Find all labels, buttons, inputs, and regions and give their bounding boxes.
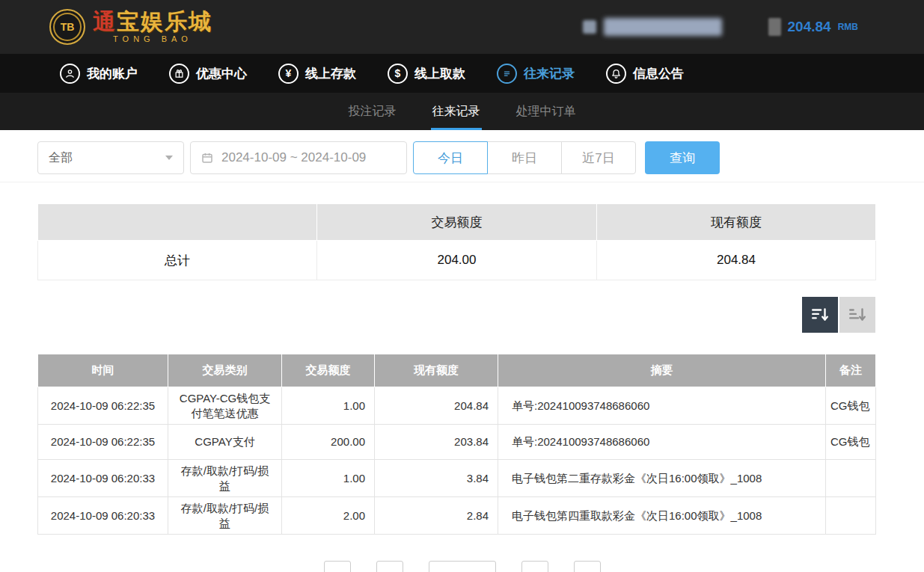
type-select-value: 全部	[49, 150, 73, 166]
column-header-time: 时间	[38, 354, 168, 387]
sort-descending-button[interactable]	[802, 297, 838, 333]
cell-type: 存款/取款/打码/损益	[168, 497, 282, 535]
divider	[0, 182, 924, 182]
date-range-picker[interactable]: 2024-10-09 ~ 2024-10-09	[190, 141, 407, 174]
tab-transaction-records[interactable]: 往来记录	[431, 93, 482, 130]
user-info	[583, 18, 722, 36]
summary-table: 交易额度 现有额度 总计 204.00 204.84	[37, 203, 876, 280]
user-icon	[583, 20, 596, 34]
sort-controls	[37, 297, 875, 333]
summary-header-transaction: 交易额度	[317, 204, 597, 241]
nav-item-announcements[interactable]: 信息公告	[606, 64, 684, 84]
pagination	[0, 561, 924, 572]
nav-item-promotions[interactable]: 优惠中心	[169, 64, 247, 84]
cell-type: 存款/取款/打码/损益	[168, 460, 282, 497]
logo-badge: TB	[61, 21, 75, 33]
tab-betting-records[interactable]: 投注记录	[347, 93, 398, 130]
nav-item-my-account[interactable]: 我的账户	[60, 64, 138, 84]
summary-header-empty	[38, 204, 317, 241]
cell-time: 2024-10-09 06:20:33	[38, 497, 168, 535]
tab-label: 投注记录	[349, 104, 397, 120]
sort-ascending-icon	[848, 305, 867, 325]
main-nav: 我的账户 优惠中心 ¥ 线上存款 $ 线上取款 往来记录 信息公告	[0, 54, 924, 93]
cell-remark	[826, 497, 876, 535]
cell-balance: 203.84	[375, 425, 498, 460]
search-button[interactable]: 查询	[645, 141, 720, 174]
pagination-next-button[interactable]	[521, 561, 548, 572]
nav-item-label: 信息公告	[633, 65, 684, 82]
cell-remark: CG钱包	[826, 425, 876, 460]
summary-header-row: 交易额度 现有额度	[38, 204, 876, 241]
gift-icon	[169, 64, 189, 84]
summary-header-balance: 现有额度	[597, 204, 876, 241]
column-header-remark: 备注	[826, 354, 876, 387]
withdraw-coin-icon: $	[388, 64, 408, 84]
cell-amount: 1.00	[282, 460, 375, 497]
pagination-first-button[interactable]	[324, 561, 351, 572]
balance-group: 204.84 RMB	[768, 18, 858, 36]
table-row: 2024-10-09 06:22:35 CGPAY-CG钱包支付笔笔送优惠 1.…	[38, 387, 876, 425]
column-header-summary: 摘要	[498, 354, 826, 387]
tab-label: 处理中订单	[516, 104, 576, 120]
logo-title: 通宝娱乐城	[93, 10, 212, 34]
cell-time: 2024-10-09 06:20:33	[38, 460, 168, 497]
table-row: 2024-10-09 06:20:33 存款/取款/打码/损益 2.00 2.8…	[38, 497, 876, 535]
date-range-value: 2024-10-09 ~ 2024-10-09	[221, 150, 366, 165]
cell-remark	[826, 460, 876, 497]
nav-item-label: 线上存款	[305, 65, 356, 82]
table-row: 2024-10-09 06:20:33 存款/取款/打码/损益 1.00 3.8…	[38, 460, 876, 497]
sort-ascending-button[interactable]	[839, 297, 875, 333]
nav-item-label: 往来记录	[524, 65, 575, 82]
yesterday-button[interactable]: 昨日	[487, 141, 562, 174]
tab-label: 往来记录	[432, 104, 480, 120]
column-header-balance: 现有额度	[375, 354, 498, 387]
records-table: 时间 交易类别 交易额度 现有额度 摘要 备注 2024-10-09 06:22…	[37, 354, 876, 535]
cell-amount: 200.00	[282, 425, 375, 460]
cell-balance: 204.84	[375, 387, 498, 425]
logo-text: 通宝娱乐城 TONG BAO	[93, 10, 212, 43]
cell-summary: 单号:202410093748686060	[498, 425, 826, 460]
deposit-coin-icon: ¥	[278, 64, 299, 84]
site-logo[interactable]: TB 通宝娱乐城 TONG BAO	[49, 9, 212, 45]
pagination-page-select[interactable]	[429, 561, 496, 572]
pagination-last-button[interactable]	[574, 561, 601, 572]
chevron-down-icon	[165, 156, 173, 160]
cell-amount: 2.00	[282, 497, 375, 535]
last7days-button[interactable]: 近7日	[561, 141, 636, 174]
nav-item-label: 线上取款	[414, 65, 465, 82]
sort-descending-icon	[810, 305, 830, 325]
cell-type: CGPAY支付	[168, 425, 282, 460]
cell-summary: 单号:202410093748686060	[498, 387, 826, 425]
logo-subtitle: TONG BAO	[113, 35, 192, 44]
sub-nav: 投注记录 往来记录 处理中订单	[0, 93, 924, 130]
records-icon	[497, 64, 517, 84]
today-button[interactable]: 今日	[413, 141, 488, 174]
calendar-icon	[201, 151, 214, 164]
user-icon	[60, 64, 80, 84]
cell-summary: 电子钱包第四重取款彩金《次日16:00领取》_1008	[498, 497, 826, 535]
cell-type: CGPAY-CG钱包支付笔笔送优惠	[168, 387, 282, 425]
type-select[interactable]: 全部	[37, 141, 184, 174]
nav-item-deposit[interactable]: ¥ 线上存款	[278, 64, 356, 84]
wallet-icon	[768, 18, 781, 36]
nav-item-withdraw[interactable]: $ 线上取款	[388, 64, 465, 84]
tab-processing-orders[interactable]: 处理中订单	[515, 93, 578, 130]
top-header: TB 通宝娱乐城 TONG BAO 204.84 RMB	[0, 0, 924, 54]
cell-balance: 2.84	[375, 497, 498, 535]
summary-transaction-total: 204.00	[317, 241, 597, 280]
column-header-amount: 交易额度	[282, 354, 375, 387]
pagination-prev-button[interactable]	[376, 561, 403, 572]
balance-amount: 204.84	[788, 19, 831, 35]
summary-total-label: 总计	[38, 241, 317, 280]
column-header-type: 交易类别	[168, 354, 282, 387]
cell-remark: CG钱包	[826, 387, 876, 425]
filter-bar: 全部 2024-10-09 ~ 2024-10-09 今日 昨日 近7日 查询	[0, 130, 924, 174]
quick-range-group: 今日 昨日 近7日	[413, 141, 636, 174]
top-right: 204.84 RMB	[583, 18, 858, 36]
page: TB 通宝娱乐城 TONG BAO 204.84 RMB	[0, 0, 924, 572]
summary-total-row: 总计 204.00 204.84	[38, 241, 876, 280]
nav-item-label: 我的账户	[87, 65, 138, 82]
logo-title-red: 通	[93, 9, 117, 34]
nav-item-records[interactable]: 往来记录	[497, 64, 575, 84]
table-row: 2024-10-09 06:22:35 CGPAY支付 200.00 203.8…	[38, 425, 876, 460]
